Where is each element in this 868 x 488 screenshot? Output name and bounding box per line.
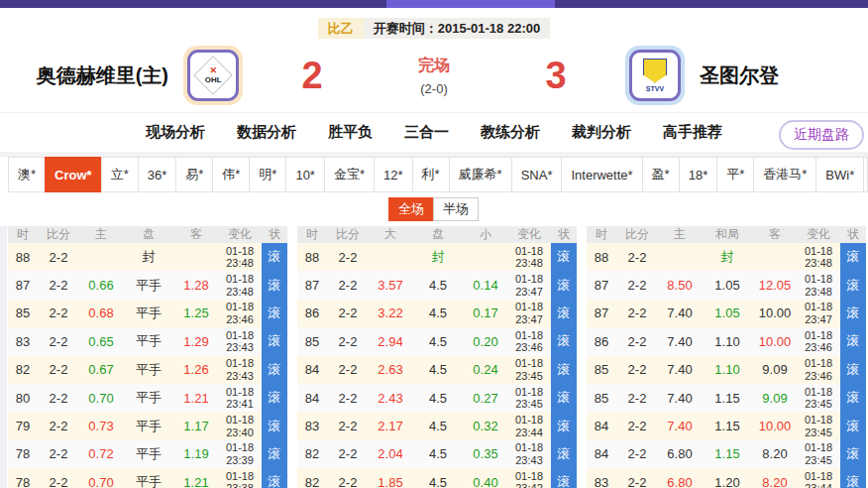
odds-row: 882-2封01-1823:48滚 [587,243,866,271]
change-date: 01-18 [226,245,254,258]
column-header: 比分 [38,226,79,243]
bookmaker-tab[interactable]: 利* [412,157,450,192]
nav-tab[interactable]: 高手推荐 [663,123,722,142]
bookmaker-tab[interactable]: Crow* [45,157,102,192]
cell-right-odds: 0.24 [464,362,507,377]
cell-line: 4.5 [412,391,464,406]
cell-line: 1.10 [702,334,753,349]
recent-trend-button[interactable]: 近期盘路 [779,120,864,150]
bookmaker-tab[interactable]: 威廉希* [449,157,512,192]
away-score: 3 [501,55,610,97]
nav-tab[interactable]: 现场分析 [146,123,205,142]
live-roll-badge: 滚 [840,327,866,355]
cell-line: 1.05 [702,305,753,320]
cell-change-time: 01-1823:45 [797,441,840,466]
bookmaker-tab[interactable]: 10* [285,157,325,192]
bookmaker-tab[interactable]: 明* [249,157,286,192]
cell-score: 2-2 [327,446,369,461]
cell-score: 2-2 [616,446,658,461]
live-roll-badge: 滚 [262,327,287,355]
change-date: 01-18 [805,470,832,483]
change-date: 01-18 [515,414,543,427]
cell-minute: 80 [8,391,38,406]
cell-minute: 84 [297,362,327,377]
away-team-name: 圣图尔登 [700,62,868,89]
cell-change-time: 01-1823:46 [507,329,551,354]
odds-row: 822-22.044.50.3501-1823:43滚 [297,440,577,468]
cell-score: 2-2 [616,475,658,488]
cell-left-odds: 2.43 [369,391,412,406]
cell-score: 2-2 [327,278,369,293]
bookmaker-tab[interactable]: 立* [101,157,139,192]
bookmaker-tab[interactable]: SNA* [511,157,563,192]
cell-score: 2-2 [327,391,369,406]
bookmaker-tab[interactable]: 盈* [642,157,680,192]
bookmaker-tab[interactable]: 18* [679,157,718,192]
cell-right-odds: 1.25 [174,305,218,320]
odds-row: 832-26.801.208.2001-1823:44滚 [587,468,866,488]
cell-right-odds: 1.26 [174,362,218,377]
cell-change-time: 01-1823:48 [507,245,551,270]
cell-change-time: 01-1823:47 [507,273,551,298]
column-header: 客 [753,226,797,243]
live-roll-badge: 滚 [551,271,577,299]
cell-left-odds: 0.72 [79,446,123,461]
bookmaker-tab[interactable]: 平* [716,157,754,192]
change-date: 01-18 [515,301,543,313]
cell-left-odds: 2.17 [369,419,412,433]
cell-right-odds: 10.00 [753,334,797,349]
odds-row: 852-27.401.109.0901-1823:46滚 [587,356,866,384]
match-header: 比乙 开赛时间：2015-01-18 22:00 奥德赫维里(主) ✕ OHL [0,8,868,112]
cell-left-odds: 0.70 [79,475,123,488]
cell-change-time: 01-1823:43 [218,357,262,382]
cell-score: 2-2 [616,278,658,293]
odds-row: 872-28.501.0512.0501-1823:48滚 [587,271,866,299]
cell-left-odds: 0.66 [79,278,123,293]
cell-left-odds: 8.50 [658,278,702,293]
live-roll-badge: 滚 [551,327,577,355]
cell-change-time: 01-1823:48 [218,273,262,298]
odds-row: 852-22.944.50.2001-1823:46滚 [297,327,577,355]
bookmaker-tab[interactable]: 澳* [8,157,46,192]
nav-tab[interactable]: 裁判分析 [572,123,631,142]
nav-tab[interactable]: 数据分析 [237,123,296,142]
bookmaker-tab[interactable]: 易* [175,157,213,192]
bookmaker-tab[interactable]: BWi* [815,157,864,192]
cell-line: 1.05 [702,278,753,293]
cell-minute: 85 [587,391,616,406]
change-date: 01-18 [515,245,543,258]
change-clock: 23:41 [226,398,254,411]
nav-tab[interactable]: 三合一 [404,123,449,142]
bookmaker-tab[interactable]: Interwette* [561,157,642,192]
change-date: 01-18 [226,441,254,454]
nav-tab[interactable]: 教练分析 [481,123,540,142]
change-date: 01-18 [805,414,832,427]
bookmaker-tab[interactable]: 12* [374,157,413,192]
live-roll-badge: 滚 [262,271,287,299]
bookmaker-tab[interactable]: 金宝* [324,157,375,192]
cell-minute: 87 [8,278,38,293]
cell-minute: 78 [8,446,38,461]
cell-change-time: 01-1823:48 [218,245,262,270]
change-clock: 23:45 [805,398,832,411]
period-option-button[interactable]: 半场 [433,197,479,221]
cell-score: 2-2 [327,362,369,377]
live-roll-badge: 滚 [262,440,287,468]
cell-score: 2-2 [38,419,79,433]
live-roll-badge: 滚 [840,412,866,439]
cell-left-odds: 3.22 [369,305,412,320]
cell-change-time: 01-1823:46 [218,301,262,325]
analysis-nav-bar: 现场分析数据分析胜平负三合一教练分析裁判分析高手推荐 近期盘路 [0,112,868,152]
bookmaker-tab[interactable]: 香港马* [753,157,816,192]
cell-line: 平手 [123,277,174,295]
column-header: 比分 [616,226,658,243]
period-option-button[interactable]: 全场 [388,197,434,221]
bookmaker-tab[interactable]: 伟* [212,157,250,192]
bookmaker-tab[interactable]: 36* [138,157,177,192]
change-date: 01-18 [515,273,543,286]
nav-tab[interactable]: 胜平负 [328,123,373,142]
home-team-name: 奥德赫维里(主) [0,62,168,89]
change-date: 01-18 [805,245,832,258]
cell-score: 2-2 [327,334,369,349]
column-header: 变化 [507,226,551,243]
